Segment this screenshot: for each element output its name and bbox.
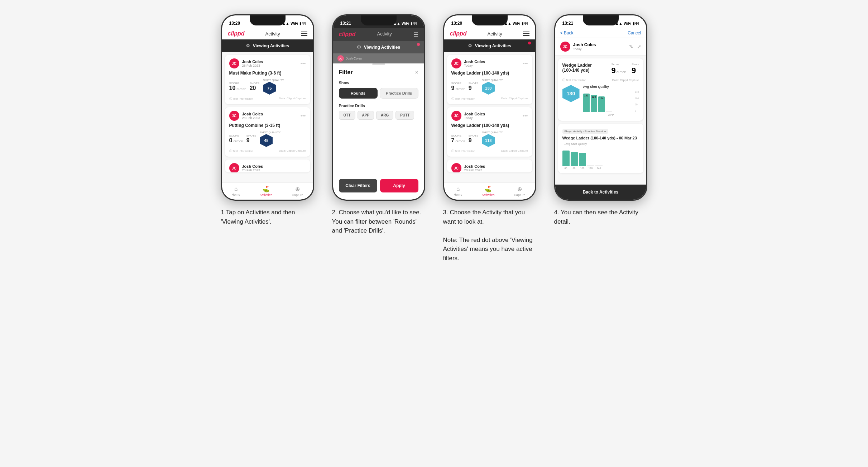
phone2: 13:21 ▲▲▲ WiFi ▮44 clippd Activity ☰ ⚙ bbox=[332, 14, 425, 201]
back-to-activities-button[interactable]: Back to Activities bbox=[555, 185, 646, 200]
p3c2-score: 7 bbox=[451, 137, 455, 144]
phone3-capture-nav[interactable]: ⊕ Capture bbox=[514, 186, 525, 197]
menu-icon-3[interactable] bbox=[523, 32, 529, 36]
y-label-140: 140 bbox=[635, 91, 639, 93]
phone3-scroll[interactable]: JC Josh Coles Today ••• Wedge Ladder (10… bbox=[444, 52, 535, 182]
phone3-card-3[interactable]: JC Josh Coles 28 Feb 2023 bbox=[447, 159, 532, 172]
phone1-scroll[interactable]: JC Josh Coles 28 Feb 2023 ••• Must Make … bbox=[222, 52, 313, 182]
capture-nav-item[interactable]: ⊕ Capture bbox=[292, 186, 303, 197]
card1-info-left: ⓘ Test Information bbox=[229, 97, 253, 101]
p3c1-sq-badge: 130 bbox=[482, 82, 495, 95]
nav-title: Activity bbox=[265, 31, 280, 37]
rounds-tab[interactable]: Rounds bbox=[339, 88, 378, 99]
phone3-column: 13:20 ▲▲▲ WiFi ▮44 clippd Activity bbox=[440, 14, 540, 263]
clippd-logo: clippd bbox=[228, 30, 245, 37]
phone3-viewing-banner[interactable]: ⚙ Viewing Activities bbox=[444, 39, 535, 52]
peek-name: Josh Coles bbox=[346, 57, 362, 60]
p3c2-footer: ⓘ Test Information Data: Clippd Capture bbox=[451, 149, 528, 153]
card2-sq-value: 45 bbox=[264, 138, 268, 143]
wifi-icon: WiFi bbox=[513, 22, 520, 25]
card3-user-info: JC Josh Coles 28 Feb 2023 bbox=[229, 163, 263, 172]
activity-card-2[interactable]: JC Josh Coles 28 Feb 2023 ••• Putting Co… bbox=[225, 107, 310, 157]
p3c1-score-label: Score bbox=[451, 82, 465, 85]
card2-more-dots[interactable]: ••• bbox=[301, 113, 306, 119]
signal-icon: ▲▲▲ bbox=[279, 22, 289, 25]
phone1-bottom-nav: ⌂ Home ⛳ Activities ⊕ Capture bbox=[222, 182, 313, 200]
viewing-activities-label: Viewing Activities bbox=[253, 43, 289, 48]
ott-filter-button[interactable]: OTT bbox=[339, 111, 355, 120]
card1-sq-label: Shot Quality bbox=[263, 78, 284, 82]
phone3-card-2[interactable]: JC Josh Coles Today ••• Wedge Ladder (10… bbox=[447, 107, 532, 157]
settings-icon: ⚙ bbox=[246, 43, 250, 48]
home-nav-item[interactable]: ⌂ Home bbox=[232, 186, 240, 197]
card1-user-date: 28 Feb 2023 bbox=[242, 64, 263, 67]
expand-icon[interactable]: ⤢ bbox=[637, 44, 641, 49]
phone2-card-peek: JC Josh Coles bbox=[333, 53, 424, 63]
activities-icon: ⛳ bbox=[262, 186, 269, 192]
p3c2-shots-label: Shots bbox=[469, 134, 479, 137]
card1-header: JC Josh Coles 28 Feb 2023 ••• bbox=[229, 58, 306, 68]
phone3-card1-name: Josh Coles bbox=[464, 59, 485, 64]
p3c2-info-right: Data: Clippd Capture bbox=[501, 149, 528, 153]
nav-title-3: Activity bbox=[487, 31, 502, 37]
phone2-column: 13:21 ▲▲▲ WiFi ▮44 clippd Activity ☰ ⚙ bbox=[329, 14, 429, 235]
wifi-icon: WiFi bbox=[402, 22, 409, 25]
card1-shots-label: Shots bbox=[250, 82, 260, 85]
detail-avatar: JC bbox=[560, 42, 570, 52]
phone4-column: 13:21 ▲▲▲ WiFi ▮44 < Back Cancel JC bbox=[551, 14, 651, 226]
phone3-activities-nav[interactable]: ⛳ Activities bbox=[482, 186, 495, 197]
modal-content: Filter × Show Rounds Practice Drills Pra… bbox=[333, 69, 424, 133]
sc-label-3: 100 bbox=[579, 167, 586, 170]
activity-card-1[interactable]: JC Josh Coles 28 Feb 2023 ••• Must Make … bbox=[225, 55, 310, 104]
session-bar-2 bbox=[571, 152, 578, 166]
card1-more-dots[interactable]: ••• bbox=[301, 61, 306, 66]
p3c2-shots: 9 bbox=[469, 137, 479, 144]
nav-title-2: Activity bbox=[377, 31, 392, 38]
edit-icon[interactable]: ✎ bbox=[629, 44, 633, 49]
session-title: Wedge Ladder (100-140 yds) - 06 Mar 23 bbox=[562, 136, 639, 140]
app-filter-button[interactable]: APP bbox=[358, 111, 374, 120]
phone3-time: 13:20 bbox=[451, 21, 462, 26]
arg-filter-button[interactable]: ARG bbox=[376, 111, 393, 120]
step3-caption: 3. Choose the Activity that you want to … bbox=[443, 208, 536, 263]
activities-nav-item[interactable]: ⛳ Activities bbox=[260, 186, 273, 197]
phone3-top-nav: clippd Activity bbox=[444, 28, 535, 39]
phone3-card-1[interactable]: JC Josh Coles Today ••• Wedge Ladder (10… bbox=[447, 55, 532, 104]
step2-caption: 2. Choose what you'd like to see. You ca… bbox=[332, 208, 425, 235]
phone3-card1-dots[interactable]: ••• bbox=[523, 61, 528, 66]
back-button[interactable]: < Back bbox=[560, 30, 574, 35]
y-label-100: 100 bbox=[635, 97, 639, 100]
apply-button[interactable]: Apply bbox=[380, 179, 418, 192]
detail-main-card: Wedge Ladder (100-140 yds) Score 9 OUT O… bbox=[558, 58, 643, 121]
detail-content[interactable]: Wedge Ladder (100-140 yds) Score 9 OUT O… bbox=[555, 56, 646, 185]
p3c2-score-label: Score bbox=[451, 134, 465, 137]
card2-user-name: Josh Coles bbox=[242, 112, 263, 116]
menu-icon-2[interactable]: ☰ bbox=[413, 31, 418, 38]
capture-icon-3: ⊕ bbox=[517, 186, 522, 192]
phone3-card2-dots[interactable]: ••• bbox=[523, 113, 528, 119]
activity-card-3[interactable]: JC Josh Coles 28 Feb 2023 bbox=[225, 159, 310, 172]
phone3-card3-user: JC Josh Coles 28 Feb 2023 bbox=[451, 163, 485, 172]
phone3-home-nav[interactable]: ⌂ Home bbox=[454, 186, 462, 197]
menu-icon[interactable] bbox=[301, 32, 307, 36]
practice-drills-tab[interactable]: Practice Drills bbox=[380, 88, 418, 99]
home-label: Home bbox=[232, 193, 240, 196]
activities-label-3: Activities bbox=[482, 193, 495, 197]
putt-filter-button[interactable]: PUTT bbox=[395, 111, 414, 120]
chart-area: Avg Shot Quality 132 129 bbox=[583, 85, 639, 116]
step4-caption: 4. You can then see the Activity detail. bbox=[554, 208, 647, 226]
battery-icon: ▮44 bbox=[299, 22, 306, 25]
clear-filters-button[interactable]: Clear Filters bbox=[339, 179, 377, 192]
cancel-button[interactable]: Cancel bbox=[628, 30, 641, 35]
detail-score-label: Score bbox=[611, 63, 626, 66]
phone3-card2-name: Josh Coles bbox=[464, 112, 485, 116]
phone3: 13:20 ▲▲▲ WiFi ▮44 clippd Activity bbox=[443, 14, 536, 201]
session-chart-labels: 60 80 100 120 140 bbox=[562, 167, 639, 170]
card2-stats: Score 0 OUT OF Shots 9 bbox=[229, 131, 306, 147]
viewing-activities-banner[interactable]: ⚙ Viewing Activities bbox=[222, 39, 313, 52]
filter-close-button[interactable]: × bbox=[415, 69, 418, 76]
card1-shots: 20 bbox=[250, 85, 260, 91]
red-dot-3 bbox=[528, 42, 531, 44]
phone2-banner: ⚙ Viewing Activities bbox=[333, 41, 424, 53]
phone2-status-icons: ▲▲▲ WiFi ▮44 bbox=[390, 22, 417, 25]
